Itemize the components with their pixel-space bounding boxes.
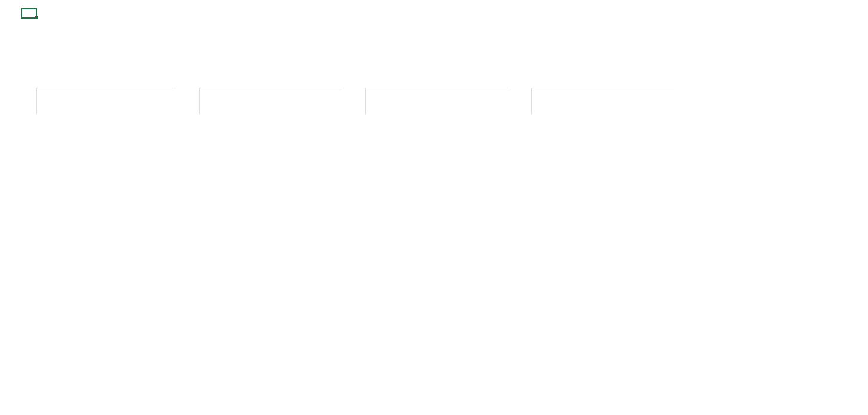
kpi-value bbox=[365, 88, 508, 114]
kpi-value bbox=[531, 88, 674, 114]
kpi-label bbox=[199, 68, 342, 88]
kpi-value bbox=[36, 88, 176, 114]
spreadsheet-dashboard bbox=[0, 0, 868, 415]
kpi-label bbox=[36, 68, 176, 88]
kpi-antall-komponenter bbox=[36, 68, 176, 114]
kpi-sluttsaldo-fond bbox=[531, 68, 674, 114]
kpi-label bbox=[365, 68, 508, 88]
kpi-label bbox=[531, 68, 674, 88]
kpi-gjennomsnitt-ar bbox=[365, 68, 508, 114]
fill-handle[interactable] bbox=[35, 16, 39, 20]
sheet-content bbox=[0, 0, 868, 415]
kpi-total-kostnad-30-ar bbox=[199, 68, 342, 114]
kpi-value bbox=[199, 88, 342, 114]
